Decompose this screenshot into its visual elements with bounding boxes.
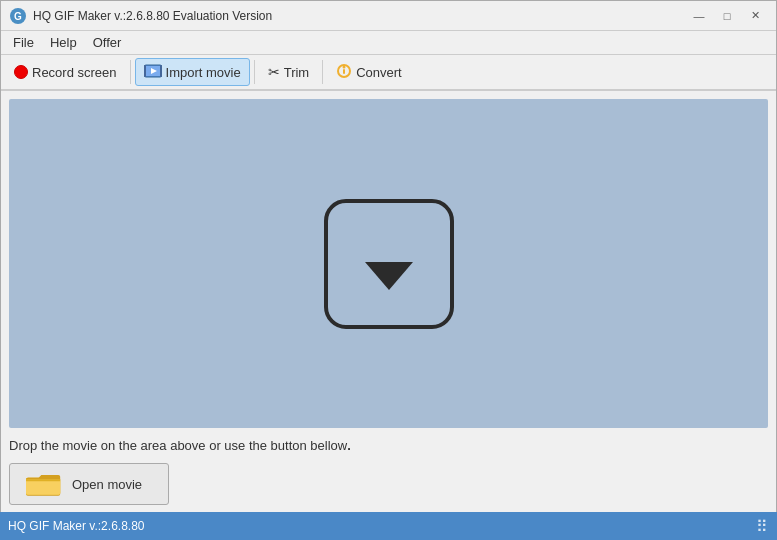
svg-rect-9 bbox=[343, 69, 345, 74]
svg-rect-12 bbox=[26, 480, 60, 495]
main-content: Drop the movie on the area above or use … bbox=[1, 91, 776, 513]
app-icon: G bbox=[9, 7, 27, 25]
window-title: HQ GIF Maker v.:2.6.8.80 Evaluation Vers… bbox=[33, 9, 686, 23]
svg-text:G: G bbox=[14, 11, 22, 22]
toolbar: Record screen Import movie ✂ Trim Con bbox=[1, 55, 776, 91]
instruction-text: Drop the movie on the area above or use … bbox=[9, 438, 347, 453]
import-movie-icon bbox=[144, 63, 162, 82]
trim-label: Trim bbox=[284, 65, 310, 80]
download-box bbox=[324, 199, 454, 329]
svg-rect-5 bbox=[144, 65, 146, 77]
svg-point-8 bbox=[343, 65, 346, 68]
convert-label: Convert bbox=[356, 65, 402, 80]
arrow-head bbox=[365, 262, 413, 290]
maximize-button[interactable]: □ bbox=[714, 6, 740, 26]
trim-button[interactable]: ✂ Trim bbox=[259, 58, 319, 86]
window-controls: — □ ✕ bbox=[686, 6, 768, 26]
open-movie-button[interactable]: Open movie bbox=[9, 463, 169, 505]
menu-file[interactable]: File bbox=[5, 33, 42, 52]
svg-rect-6 bbox=[160, 65, 162, 77]
record-icon bbox=[14, 65, 28, 79]
drop-instruction: Drop the movie on the area above or use … bbox=[9, 436, 768, 455]
menu-offer[interactable]: Offer bbox=[85, 33, 130, 52]
import-movie-label: Import movie bbox=[166, 65, 241, 80]
close-button[interactable]: ✕ bbox=[742, 6, 768, 26]
menu-bar: File Help Offer bbox=[1, 31, 776, 55]
drop-zone[interactable] bbox=[9, 99, 768, 428]
status-bar: HQ GIF Maker v.:2.6.8.80 ⠿ bbox=[0, 512, 777, 540]
svg-rect-13 bbox=[26, 480, 60, 482]
convert-icon bbox=[336, 63, 352, 82]
status-text: HQ GIF Maker v.:2.6.8.80 bbox=[8, 519, 145, 533]
import-movie-button[interactable]: Import movie bbox=[135, 58, 250, 86]
toolbar-separator-2 bbox=[254, 60, 255, 84]
folder-icon bbox=[26, 470, 62, 498]
minimize-button[interactable]: — bbox=[686, 6, 712, 26]
instruction-bold: . bbox=[347, 438, 351, 453]
toolbar-separator-1 bbox=[130, 60, 131, 84]
convert-button[interactable]: Convert bbox=[327, 58, 411, 86]
status-dots: ⠿ bbox=[756, 517, 769, 536]
record-screen-button[interactable]: Record screen bbox=[5, 58, 126, 86]
title-bar: G HQ GIF Maker v.:2.6.8.80 Evaluation Ve… bbox=[1, 1, 776, 31]
record-screen-label: Record screen bbox=[32, 65, 117, 80]
open-movie-label: Open movie bbox=[72, 477, 142, 492]
toolbar-separator-3 bbox=[322, 60, 323, 84]
menu-help[interactable]: Help bbox=[42, 33, 85, 52]
trim-icon: ✂ bbox=[268, 64, 280, 80]
